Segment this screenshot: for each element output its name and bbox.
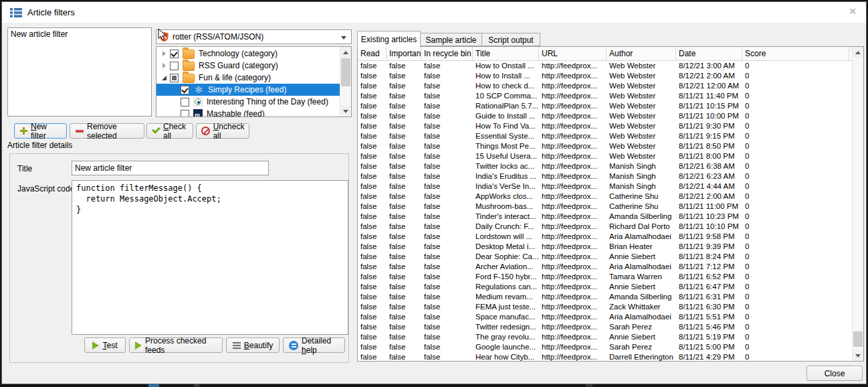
tree-item[interactable]: Mashable (feed) xyxy=(156,108,340,117)
article-row[interactable]: falsefalsefalseIndia's VerSe In...http:/… xyxy=(358,181,852,191)
scroll-down-icon[interactable] xyxy=(340,106,351,117)
column-header-read[interactable]: Read xyxy=(358,47,387,60)
article-row[interactable]: falsefalsefalseDear Sophie: Ca...http://… xyxy=(358,252,852,262)
tree-checkbox[interactable] xyxy=(181,98,189,106)
cell-date: 8/12/21 6:23 AM xyxy=(676,171,742,181)
tree-item[interactable]: ✻Simply Recipes (feed) xyxy=(156,84,340,96)
article-row[interactable]: falsefalsefalseTinder's interact...http:… xyxy=(358,212,852,222)
table-scrollbar[interactable] xyxy=(852,47,863,361)
article-row[interactable]: falsefalsefalseMedium revam...http://fee… xyxy=(358,292,852,302)
cell-author: Sarah Perez xyxy=(607,342,676,352)
tree-checkbox[interactable] xyxy=(170,74,179,82)
cell-title: Guide to Install ... xyxy=(473,111,539,121)
expander-closed-icon[interactable] xyxy=(158,63,170,68)
tree-scrollbar-thumb[interactable] xyxy=(341,58,350,86)
check-all-button[interactable]: Check all xyxy=(146,123,193,139)
article-row[interactable]: falsefalsefalseHear how Cityb...http://f… xyxy=(358,352,852,361)
detailed-help-button[interactable]: Detailed help xyxy=(283,337,345,353)
tree-item-label: Simply Recipes (feed) xyxy=(208,85,286,94)
article-row[interactable]: falsefalsefalseSpace manufac...http://fe… xyxy=(358,312,852,322)
scroll-up-icon[interactable] xyxy=(340,47,351,58)
article-row[interactable]: falsefalsefalseHow to check d...http://f… xyxy=(358,81,852,91)
cell-date: 8/11/21 6:31 PM xyxy=(676,292,742,302)
article-row[interactable]: falsefalsefalseFEMA just teste...http://… xyxy=(358,302,852,312)
scroll-up-icon[interactable] xyxy=(853,47,863,58)
cell-in-recycle-bin: false xyxy=(421,282,473,292)
close-button[interactable]: Close xyxy=(806,366,863,381)
column-header-in-recycle-bin[interactable]: In recycle bin xyxy=(421,47,473,60)
tree-scrollbar[interactable] xyxy=(340,47,351,117)
uncheck-all-label: Uncheck all xyxy=(213,122,245,141)
column-header-important[interactable]: Important xyxy=(387,47,421,60)
article-row[interactable]: falsefalsefalseHow to Install ...http://… xyxy=(358,71,852,81)
cell-date: 8/12/21 3:00 AM xyxy=(676,61,742,71)
article-row[interactable]: falsefalsefalseArcher Aviation...http://… xyxy=(358,262,852,272)
article-row[interactable]: falsefalsefalse15 Useful Usera...http://… xyxy=(358,151,852,161)
article-row[interactable]: falsefalsefalseFord F-150 hybr...http://… xyxy=(358,272,852,282)
cell-score: 0 xyxy=(742,121,849,131)
cell-date: 8/11/21 5:51 PM xyxy=(676,312,742,322)
column-header-url[interactable]: URL xyxy=(539,47,607,60)
title-input[interactable] xyxy=(72,161,269,175)
close-icon[interactable]: ✕ xyxy=(849,7,857,16)
article-row[interactable]: falsefalsefalseEssential Syste...http://… xyxy=(358,131,852,141)
tree-item[interactable]: Interesting Thing of the Day (feed) xyxy=(156,96,340,108)
cell-url: http://feedprox... xyxy=(539,161,607,171)
account-combo[interactable]: rotter (RSS/ATOM/JSON) xyxy=(156,29,352,44)
article-row[interactable]: falsefalsefalseDaily Crunch: F...http://… xyxy=(358,222,852,232)
uncheck-all-button[interactable]: Uncheck all xyxy=(196,123,249,139)
article-row[interactable]: falsefalsefalseThings Most Pe...http://f… xyxy=(358,141,852,151)
tree-item[interactable]: Fun & life (category) xyxy=(156,72,340,84)
article-row[interactable]: falsefalsefalseRationalPlan 5.7...http:/… xyxy=(358,101,852,111)
cell-read: false xyxy=(358,181,387,191)
article-row[interactable]: falsefalsefalseIndia's Eruditus ...http:… xyxy=(358,171,852,181)
remove-selected-button[interactable]: Remove selected xyxy=(70,123,144,139)
column-header-author[interactable]: Author xyxy=(607,47,676,60)
article-row[interactable]: falsefalsefalseHow to Onstall ...http://… xyxy=(358,61,852,71)
tree-checkbox[interactable] xyxy=(181,110,189,117)
tree-item-label: Fun & life (category) xyxy=(199,73,271,82)
process-checked-feeds-button[interactable]: Process checked feeds xyxy=(129,337,223,353)
article-row[interactable]: falsefalsefalse10 SCP Comma...http://fee… xyxy=(358,91,852,101)
javascript-code-editor[interactable]: function filterMessage() { return Messag… xyxy=(72,180,348,335)
tab-existing-articles[interactable]: Existing articles xyxy=(357,31,421,47)
tree-checkbox[interactable] xyxy=(170,62,179,70)
table-scrollbar-thumb[interactable] xyxy=(853,331,863,347)
article-row[interactable]: falsefalsefalseTwitter locks ac...http:/… xyxy=(358,161,852,171)
cell-important: false xyxy=(387,312,421,322)
expander-open-icon[interactable] xyxy=(158,76,170,80)
article-row[interactable]: falsefalsefalseThe gray revolu...http://… xyxy=(358,332,852,342)
article-filters-window: Article filters ✕ New article filter rot… xyxy=(1,1,867,384)
column-header-title[interactable]: Title xyxy=(473,47,539,60)
column-header-date[interactable]: Date xyxy=(676,47,742,60)
tab-script-output[interactable]: Script output xyxy=(481,33,540,46)
cell-author: Web Webster xyxy=(607,61,676,71)
feed-tree[interactable]: Technology (category)RSS Guard (category… xyxy=(156,46,352,117)
tree-item[interactable]: RSS Guard (category) xyxy=(156,60,340,72)
tree-checkbox[interactable] xyxy=(170,50,179,58)
article-row[interactable]: falsefalsefalseMushroom-bas...http://fee… xyxy=(358,202,852,212)
filter-list-item[interactable]: New article filter xyxy=(8,28,151,40)
article-row[interactable]: falsefalsefalseAppWorks clos...http://fe… xyxy=(358,191,852,202)
article-row[interactable]: falsefalsefalseDesktop Metal i...http://… xyxy=(358,242,852,252)
column-header-score[interactable]: Score xyxy=(742,47,849,60)
scroll-down-icon[interactable] xyxy=(853,350,863,361)
cell-title: India's VerSe In... xyxy=(473,181,539,191)
filter-list[interactable]: New article filter xyxy=(7,27,152,117)
article-row[interactable]: falsefalsefalseGuide to Install ...http:… xyxy=(358,111,852,121)
cell-read: false xyxy=(358,71,387,81)
tree-item[interactable]: Technology (category) xyxy=(156,48,340,60)
article-row[interactable]: falsefalsefalseLordstown will ...http://… xyxy=(358,232,852,242)
test-button[interactable]: Test xyxy=(84,337,126,353)
new-filter-button[interactable]: New filter xyxy=(14,123,67,139)
article-row[interactable]: falsefalsefalseGoogle launche...http://f… xyxy=(358,342,852,352)
tree-item-label: Interesting Thing of the Day (feed) xyxy=(207,97,328,106)
tab-sample-article[interactable]: Sample article xyxy=(420,33,482,46)
beautify-button[interactable]: Beautify xyxy=(226,337,280,353)
article-row[interactable]: falsefalsefalseTwitter redesign...http:/… xyxy=(358,322,852,332)
tree-checkbox[interactable] xyxy=(181,86,189,94)
expander-closed-icon[interactable] xyxy=(158,51,170,56)
article-row[interactable]: falsefalsefalseHow To Find Va...http://f… xyxy=(358,121,852,131)
cell-author: Web Webster xyxy=(607,121,676,131)
article-row[interactable]: falsefalsefalseRegulations can...http://… xyxy=(358,282,852,292)
